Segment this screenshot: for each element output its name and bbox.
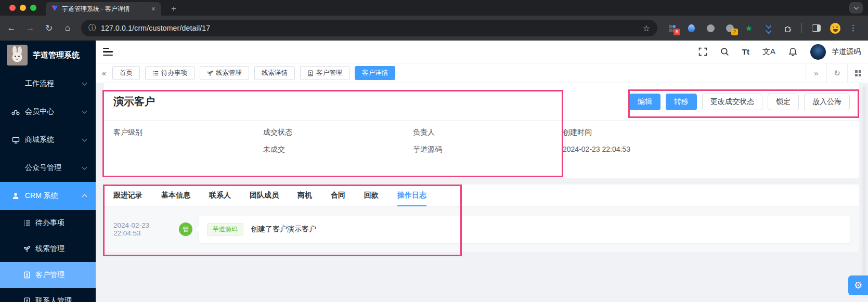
browser-tab[interactable]: 芋道管理系统 - 客户详情 × bbox=[46, 2, 161, 16]
sidebar-item-todo[interactable]: 待办事项 bbox=[0, 210, 96, 236]
adblocker-badge: 6 bbox=[673, 29, 680, 35]
field-value bbox=[113, 145, 263, 154]
tab-contracts[interactable]: 合同 bbox=[331, 185, 345, 206]
tag-label: 客户管理 bbox=[316, 69, 342, 77]
new-tab-button[interactable]: + bbox=[167, 3, 180, 15]
lock-button[interactable]: 锁定 bbox=[768, 94, 799, 110]
tag-label: 首页 bbox=[120, 69, 133, 77]
sidebar-item-crm-system[interactable]: CRM 系统 bbox=[0, 182, 96, 210]
sidebar-item-member-center[interactable]: 会员中心 bbox=[0, 98, 96, 126]
tab-close-icon[interactable]: × bbox=[150, 5, 157, 13]
log-timestamp: 2024-02-23 22:04:53 bbox=[113, 221, 176, 237]
customer-actions: 编辑 转移 更改成交状态 锁定 放入公海 bbox=[629, 94, 850, 110]
move-to-pool-button[interactable]: 放入公海 bbox=[804, 94, 850, 110]
customer-detail-card: 跟进记录 基本信息 联系人 团队成员 商机 合同 回款 操作日志 2024-02… bbox=[104, 185, 859, 252]
tab-team-members[interactable]: 团队成员 bbox=[250, 185, 279, 206]
tag-todo[interactable]: 待办事项 bbox=[145, 66, 195, 80]
transfer-button[interactable]: 转移 bbox=[666, 94, 697, 110]
tab-contacts[interactable]: 联系人 bbox=[209, 185, 231, 206]
browser-profile-avatar[interactable] bbox=[830, 23, 840, 33]
theme-settings-button[interactable]: ⚙ bbox=[848, 275, 868, 295]
app-logo-row[interactable]: 芋道管理系统 bbox=[0, 41, 96, 70]
tag-customer-detail[interactable]: 客户详情 bbox=[355, 66, 395, 80]
tag-leads[interactable]: 线索管理 bbox=[200, 66, 249, 80]
tab-basic-info[interactable]: 基本信息 bbox=[161, 185, 190, 206]
sidebar-item-customers[interactable]: 客户管理 bbox=[0, 262, 96, 288]
user-icon bbox=[11, 192, 20, 200]
layers-extension-icon[interactable] bbox=[763, 23, 773, 33]
contact-book-icon bbox=[23, 297, 31, 302]
translate-icon[interactable]: 文A bbox=[762, 47, 775, 57]
sidebar-item-label: 工作流程 bbox=[25, 79, 54, 88]
extensions-row: 6 2 ★ ⋮ bbox=[667, 23, 857, 33]
user-avatar[interactable] bbox=[810, 44, 826, 60]
sidebar-item-contacts[interactable]: 联系人管理 bbox=[0, 288, 96, 302]
extensions-puzzle-icon[interactable] bbox=[782, 23, 793, 33]
layout-grid-icon[interactable] bbox=[847, 63, 868, 83]
address-bar[interactable]: ⓘ 127.0.0.1/crm/customer/detail/17 ☆ bbox=[81, 20, 657, 36]
sidebar-item-leads[interactable]: 线索管理 bbox=[0, 236, 96, 262]
sidebar-item-official-account[interactable]: 公众号管理 bbox=[0, 154, 96, 182]
sidebar-item-label: 联系人管理 bbox=[35, 296, 72, 302]
tag-customers[interactable]: 客户管理 bbox=[300, 66, 349, 80]
fullscreen-icon[interactable] bbox=[698, 47, 707, 56]
tag-lead-detail[interactable]: 线索详情 bbox=[254, 66, 295, 80]
profile-extension-icon[interactable]: 2 bbox=[724, 23, 735, 33]
edit-button[interactable]: 编辑 bbox=[629, 94, 660, 110]
contact-book-icon bbox=[307, 70, 314, 76]
scrollbar[interactable] bbox=[862, 86, 866, 297]
window-minimize-button[interactable] bbox=[20, 5, 26, 11]
window-close-button[interactable] bbox=[9, 5, 16, 11]
scroll-left-icon[interactable]: « bbox=[96, 69, 112, 77]
page-tags-bar: « 首页 待办事项 线索管理 线索详情 bbox=[96, 63, 868, 83]
app-title: 芋道管理系统 bbox=[33, 50, 80, 60]
list-icon bbox=[23, 219, 31, 227]
back-button[interactable]: ← bbox=[4, 21, 19, 35]
search-icon[interactable] bbox=[720, 47, 729, 56]
browser-menu-icon[interactable]: ⋮ bbox=[849, 23, 857, 33]
customer-header-card: 演示客户 编辑 转移 更改成交状态 锁定 放入公海 客户级别 成交状态 未成交 … bbox=[104, 83, 859, 178]
browser-tab-title: 芋道管理系统 - 客户详情 bbox=[62, 5, 150, 14]
tab-operation-log[interactable]: 操作日志 bbox=[397, 185, 426, 206]
disabled-extension-icon[interactable] bbox=[705, 23, 716, 33]
side-panel-button[interactable] bbox=[811, 23, 821, 33]
window-zoom-button[interactable] bbox=[30, 5, 36, 11]
adblocker-extension-icon[interactable]: 6 bbox=[667, 23, 677, 33]
sidebar-item-label: 线索管理 bbox=[35, 244, 64, 254]
url-text[interactable]: 127.0.0.1/crm/customer/detail/17 bbox=[101, 24, 643, 32]
forward-button[interactable]: → bbox=[23, 21, 37, 35]
tab-follow-records[interactable]: 跟进记录 bbox=[113, 185, 142, 206]
chevron-up-icon bbox=[82, 194, 87, 200]
home-button[interactable]: ⌂ bbox=[60, 21, 75, 35]
reload-button[interactable]: ↻ bbox=[42, 21, 56, 35]
refresh-page-icon[interactable]: ↻ bbox=[826, 63, 847, 83]
chevron-down-icon bbox=[82, 109, 87, 114]
tab-search-button[interactable] bbox=[849, 2, 863, 14]
field-value: 芋道源码 bbox=[413, 145, 563, 154]
log-user-tag: 芋道源码 bbox=[207, 223, 243, 236]
tag-home[interactable]: 首页 bbox=[112, 66, 140, 80]
devtools-extension-icon[interactable]: ★ bbox=[744, 23, 754, 33]
tab-opportunities[interactable]: 商机 bbox=[297, 185, 312, 206]
header-username[interactable]: 芋道源码 bbox=[832, 47, 861, 57]
sidebar-item-workflow[interactable]: 工作流程 bbox=[0, 70, 96, 98]
sidebar-item-label: CRM 系统 bbox=[25, 191, 58, 201]
font-size-icon[interactable]: Tt bbox=[742, 47, 749, 56]
browser-tab-strip: 芋道管理系统 - 客户详情 × + bbox=[0, 0, 868, 16]
scroll-right-icon[interactable]: » bbox=[806, 63, 826, 83]
notification-bell-icon[interactable] bbox=[788, 47, 797, 56]
balloon-extension-icon[interactable] bbox=[686, 23, 696, 33]
field-label: 创建时间 bbox=[563, 128, 712, 137]
chevron-down-icon bbox=[82, 165, 87, 170]
field-value: 2024-02-23 22:04:53 bbox=[563, 145, 712, 154]
bookmark-star-icon[interactable]: ☆ bbox=[643, 23, 650, 33]
chevron-down-icon bbox=[82, 137, 87, 142]
site-info-icon[interactable]: ⓘ bbox=[88, 23, 96, 33]
contact-book-icon bbox=[23, 271, 31, 279]
sidebar-item-mall-system[interactable]: 商城系统 bbox=[0, 126, 96, 154]
change-deal-status-button[interactable]: 更改成交状态 bbox=[702, 94, 762, 110]
customer-name: 演示客户 bbox=[113, 95, 155, 109]
tab-receivables[interactable]: 回款 bbox=[364, 185, 379, 206]
collapse-menu-icon[interactable] bbox=[103, 48, 113, 56]
field-customer-level: 客户级别 bbox=[113, 128, 263, 154]
